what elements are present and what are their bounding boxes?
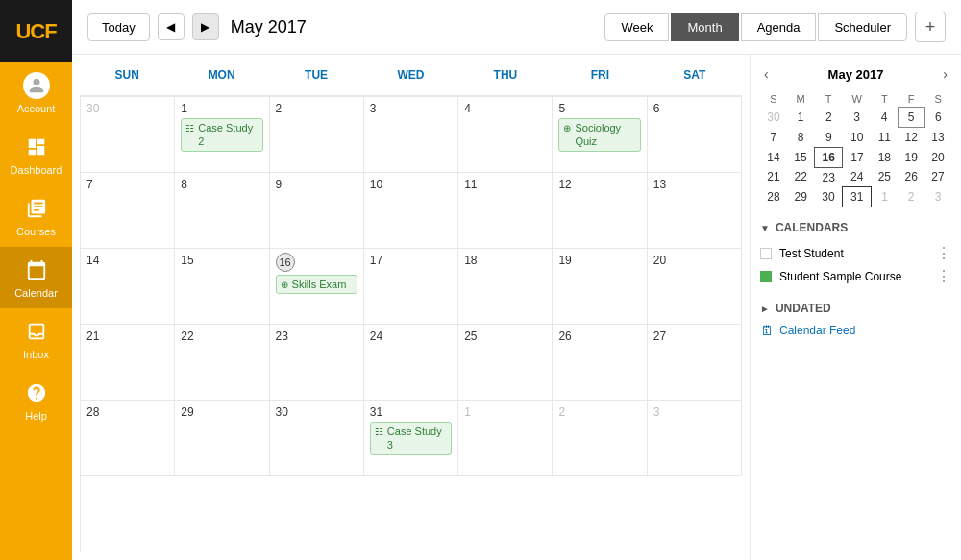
event-case-study-2[interactable]: ☷ Case Study 2	[181, 118, 262, 152]
table-row[interactable]: 4	[458, 97, 553, 173]
list-item[interactable]: 5	[898, 108, 924, 128]
sidebar-item-dashboard[interactable]: Dashboard	[0, 124, 72, 185]
list-item[interactable]: 31	[843, 187, 871, 207]
list-item[interactable]: 19	[898, 147, 924, 167]
today-button[interactable]: Today	[87, 13, 150, 41]
list-item[interactable]: 14	[760, 147, 787, 167]
table-row[interactable]: 28	[81, 401, 175, 476]
list-item[interactable]: 22	[787, 167, 815, 187]
sidebar-item-account[interactable]: Account	[0, 62, 72, 124]
sidebar-item-calendar[interactable]: Calendar	[0, 247, 72, 308]
calendar-feed-link[interactable]: 🗓 Calendar Feed	[760, 323, 951, 338]
tab-scheduler[interactable]: Scheduler	[818, 13, 907, 41]
table-row[interactable]: 30	[270, 401, 364, 476]
table-row[interactable]: 3	[364, 97, 458, 173]
list-item[interactable]: 20	[924, 147, 951, 167]
table-row[interactable]: 26	[553, 325, 647, 401]
table-row[interactable]: 17	[364, 249, 458, 325]
sidebar-item-help[interactable]: Help	[0, 370, 72, 431]
table-row[interactable]: 22	[175, 325, 269, 401]
table-row[interactable]: 27	[648, 325, 742, 401]
tab-month[interactable]: Month	[671, 13, 738, 41]
test-student-options-button[interactable]: ⋮	[936, 246, 951, 261]
table-row[interactable]: 30	[81, 97, 175, 173]
table-row[interactable]: 21	[81, 325, 175, 401]
table-row[interactable]: 1	[458, 401, 553, 476]
table-row[interactable]: 12	[553, 173, 647, 249]
event-case-study-3[interactable]: ☷ Case Study 3	[370, 422, 452, 455]
list-item[interactable]: 16	[815, 147, 843, 167]
table-row[interactable]: 3	[648, 401, 742, 476]
table-row[interactable]: 1 ☷ Case Study 2	[175, 97, 269, 173]
prev-month-button[interactable]: ◀	[158, 13, 185, 40]
calendars-section-header[interactable]: ▼ CALENDARS	[760, 221, 951, 234]
list-item[interactable]: 11	[871, 128, 898, 148]
list-item[interactable]: 2	[898, 187, 924, 207]
list-item[interactable]: 12	[898, 128, 924, 148]
sidebar-item-courses[interactable]: Courses	[0, 185, 72, 247]
next-month-button[interactable]: ▶	[192, 13, 219, 40]
table-row[interactable]: 14	[81, 249, 175, 325]
list-item[interactable]: 30	[760, 108, 787, 128]
table-row[interactable]: 2	[553, 401, 647, 476]
table-row[interactable]: 7	[81, 173, 175, 249]
calendar-grid: 30 1 ☷ Case Study 2 2 3 4 5 ⊕ Sociology …	[80, 96, 742, 552]
table-row[interactable]: 29	[175, 401, 269, 476]
list-item[interactable]: 15	[787, 147, 815, 167]
sample-course-options-button[interactable]: ⋮	[936, 269, 951, 284]
list-item[interactable]: 9	[815, 128, 843, 148]
table-row[interactable]: 2	[270, 97, 364, 173]
list-item[interactable]: 1	[787, 108, 815, 128]
list-item[interactable]: 21	[760, 167, 787, 187]
list-item[interactable]: 3	[924, 187, 951, 207]
table-row[interactable]: 18	[458, 249, 553, 325]
table-row[interactable]: 11	[458, 173, 553, 249]
table-row[interactable]: 19	[553, 249, 647, 325]
table-row[interactable]: 25	[458, 325, 553, 401]
list-item[interactable]: 28	[760, 187, 787, 207]
table-row[interactable]: 5 ⊕ Sociology Quiz	[553, 97, 647, 173]
mini-prev-month-button[interactable]: ‹	[760, 64, 773, 84]
list-item[interactable]: 7	[760, 128, 787, 148]
undated-section-header[interactable]: ► UNDATED	[760, 302, 951, 315]
list-item[interactable]: 26	[898, 167, 924, 187]
list-item[interactable]: 29	[787, 187, 815, 207]
list-item[interactable]: 6	[924, 108, 951, 128]
list-item[interactable]: 17	[843, 147, 871, 167]
list-item[interactable]: 10	[843, 128, 871, 148]
list-item[interactable]: 30	[815, 187, 843, 207]
table-row[interactable]: 24	[364, 325, 458, 401]
list-item[interactable]: 13	[924, 128, 951, 148]
list-item[interactable]: 27	[924, 167, 951, 187]
table-row[interactable]: 13	[648, 173, 742, 249]
tab-week[interactable]: Week	[604, 13, 669, 41]
mini-next-month-button[interactable]: ›	[939, 64, 951, 84]
calendars-label: CALENDARS	[776, 221, 848, 234]
event-skills-exam[interactable]: ⊕ Skills Exam	[276, 275, 357, 294]
list-item[interactable]: 8	[787, 128, 815, 148]
sidebar-item-account-label: Account	[17, 103, 56, 114]
list-item[interactable]: 4	[871, 108, 898, 128]
list-item[interactable]: 2	[815, 108, 843, 128]
add-event-button[interactable]: +	[915, 12, 946, 42]
table-row[interactable]: 6	[648, 97, 742, 173]
list-item[interactable]: 25	[871, 167, 898, 187]
table-row[interactable]: 8	[175, 173, 269, 249]
table-row[interactable]: 20	[648, 249, 742, 325]
mini-header-s2: S	[924, 91, 951, 108]
event-sociology-quiz[interactable]: ⊕ Sociology Quiz	[558, 118, 640, 152]
list-item[interactable]: 18	[871, 147, 898, 167]
list-item[interactable]: 3	[843, 108, 871, 128]
table-row[interactable]: 23	[270, 325, 364, 401]
table-row[interactable]: 10	[364, 173, 458, 249]
table-row[interactable]: 9	[270, 173, 364, 249]
sidebar-item-inbox[interactable]: Inbox	[0, 308, 72, 370]
table-row[interactable]: 15	[175, 249, 269, 325]
list-item[interactable]: 23	[815, 167, 843, 187]
list-item[interactable]: 1	[871, 187, 898, 207]
table-row[interactable]: 16 ⊕ Skills Exam	[270, 249, 364, 325]
table-row[interactable]: 31 ☷ Case Study 3	[364, 401, 458, 476]
tab-agenda[interactable]: Agenda	[741, 13, 817, 41]
list-item[interactable]: 24	[843, 167, 871, 187]
mini-header-t1: T	[815, 91, 843, 108]
